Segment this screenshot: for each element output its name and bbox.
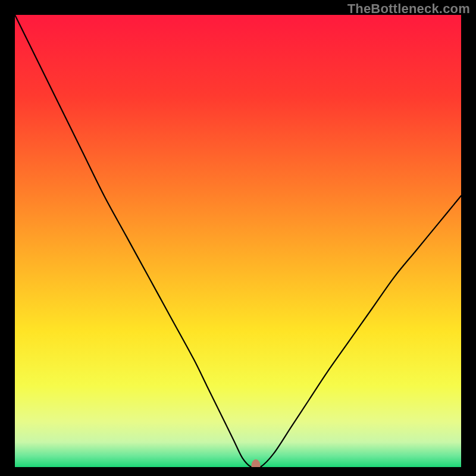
watermark-text: TheBottleneck.com (347, 1, 470, 17)
chart-frame: TheBottleneck.com (0, 0, 476, 476)
plot-background (15, 15, 461, 467)
chart-plot (15, 15, 461, 467)
